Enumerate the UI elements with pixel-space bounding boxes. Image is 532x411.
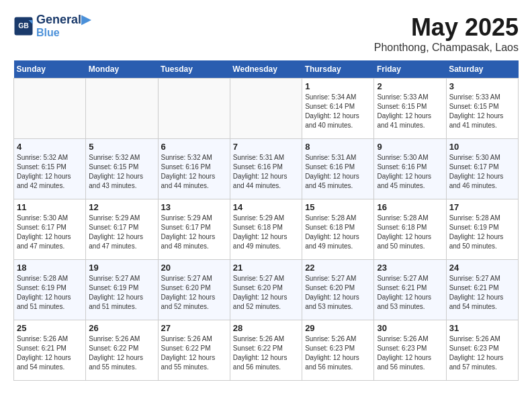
calendar-cell [158, 79, 230, 139]
calendar-cell: 20Sunrise: 5:27 AMSunset: 6:20 PMDayligh… [158, 260, 230, 320]
location-title: Phonthong, Champasak, Laos [374, 42, 519, 54]
day-number: 27 [161, 323, 227, 333]
calendar-cell: 14Sunrise: 5:29 AMSunset: 6:18 PMDayligh… [230, 199, 302, 260]
day-number: 30 [377, 323, 443, 333]
calendar-cell: 16Sunrise: 5:28 AMSunset: 6:18 PMDayligh… [374, 199, 446, 260]
day-number: 8 [305, 142, 371, 152]
day-info: Sunrise: 5:28 AMSunset: 6:19 PMDaylight:… [449, 214, 515, 251]
calendar-cell: 5Sunrise: 5:32 AMSunset: 6:15 PMDaylight… [86, 139, 158, 199]
calendar-cell: 12Sunrise: 5:29 AMSunset: 6:17 PMDayligh… [86, 199, 158, 260]
day-number: 15 [305, 202, 371, 212]
weekday-header-monday: Monday [86, 60, 158, 79]
calendar-cell: 13Sunrise: 5:29 AMSunset: 6:17 PMDayligh… [158, 199, 230, 260]
calendar-cell: 7Sunrise: 5:31 AMSunset: 6:16 PMDaylight… [230, 139, 302, 199]
day-info: Sunrise: 5:32 AMSunset: 6:15 PMDaylight:… [89, 153, 154, 191]
day-info: Sunrise: 5:26 AMSunset: 6:22 PMDaylight:… [233, 334, 299, 372]
calendar-cell: 22Sunrise: 5:27 AMSunset: 6:20 PMDayligh… [302, 260, 374, 320]
calendar-cell: 6Sunrise: 5:32 AMSunset: 6:16 PMDaylight… [158, 139, 230, 199]
day-number: 6 [161, 142, 227, 152]
day-info: Sunrise: 5:27 AMSunset: 6:20 PMDaylight:… [161, 274, 227, 312]
day-number: 28 [233, 323, 299, 333]
calendar-cell: 21Sunrise: 5:27 AMSunset: 6:20 PMDayligh… [230, 260, 302, 320]
day-info: Sunrise: 5:26 AMSunset: 6:23 PMDaylight:… [377, 334, 443, 372]
calendar-cell: 17Sunrise: 5:28 AMSunset: 6:19 PMDayligh… [446, 199, 518, 260]
day-info: Sunrise: 5:26 AMSunset: 6:23 PMDaylight:… [449, 334, 515, 372]
weekday-header-saturday: Saturday [446, 60, 518, 79]
day-info: Sunrise: 5:30 AMSunset: 6:16 PMDaylight:… [377, 153, 443, 191]
day-info: Sunrise: 5:26 AMSunset: 6:21 PMDaylight:… [17, 334, 83, 372]
calendar-cell: 8Sunrise: 5:31 AMSunset: 6:16 PMDaylight… [302, 139, 374, 199]
day-number: 5 [89, 142, 154, 152]
weekday-header-sunday: Sunday [14, 60, 86, 79]
day-info: Sunrise: 5:31 AMSunset: 6:16 PMDaylight:… [305, 153, 371, 191]
day-number: 21 [233, 263, 299, 273]
weekday-header-tuesday: Tuesday [158, 60, 230, 79]
weekday-header-thursday: Thursday [302, 60, 374, 79]
day-number: 20 [161, 263, 227, 273]
calendar-cell [86, 79, 158, 139]
day-info: Sunrise: 5:27 AMSunset: 6:21 PMDaylight:… [377, 274, 443, 312]
calendar-cell: 29Sunrise: 5:26 AMSunset: 6:23 PMDayligh… [302, 320, 374, 381]
calendar-cell [14, 79, 86, 139]
calendar-cell: 23Sunrise: 5:27 AMSunset: 6:21 PMDayligh… [374, 260, 446, 320]
month-title: May 2025 [374, 13, 519, 42]
day-info: Sunrise: 5:26 AMSunset: 6:23 PMDaylight:… [305, 334, 371, 372]
day-info: Sunrise: 5:27 AMSunset: 6:19 PMDaylight:… [89, 274, 154, 312]
logo-text: General▶ Blue [36, 13, 91, 38]
calendar-cell: 10Sunrise: 5:30 AMSunset: 6:17 PMDayligh… [446, 139, 518, 199]
week-row-4: 18Sunrise: 5:28 AMSunset: 6:19 PMDayligh… [14, 260, 519, 320]
calendar-cell: 26Sunrise: 5:26 AMSunset: 6:22 PMDayligh… [86, 320, 158, 381]
day-number: 31 [449, 323, 515, 333]
week-row-2: 4Sunrise: 5:32 AMSunset: 6:15 PMDaylight… [14, 139, 519, 199]
day-number: 7 [233, 142, 299, 152]
calendar-cell: 18Sunrise: 5:28 AMSunset: 6:19 PMDayligh… [14, 260, 86, 320]
day-number: 16 [377, 202, 443, 212]
day-info: Sunrise: 5:28 AMSunset: 6:18 PMDaylight:… [305, 214, 371, 251]
calendar-cell: 4Sunrise: 5:32 AMSunset: 6:15 PMDaylight… [14, 139, 86, 199]
day-info: Sunrise: 5:29 AMSunset: 6:18 PMDaylight:… [233, 214, 299, 251]
day-number: 12 [89, 202, 154, 212]
week-row-5: 25Sunrise: 5:26 AMSunset: 6:21 PMDayligh… [14, 320, 519, 381]
title-section: May 2025 Phonthong, Champasak, Laos [374, 13, 519, 54]
logo: GB General▶ Blue [13, 13, 91, 38]
day-number: 10 [449, 142, 515, 152]
day-number: 13 [161, 202, 227, 212]
day-info: Sunrise: 5:33 AMSunset: 6:15 PMDaylight:… [377, 93, 443, 130]
day-number: 24 [449, 263, 515, 273]
day-info: Sunrise: 5:26 AMSunset: 6:22 PMDaylight:… [89, 334, 154, 372]
calendar-cell: 24Sunrise: 5:27 AMSunset: 6:21 PMDayligh… [446, 260, 518, 320]
calendar-cell: 2Sunrise: 5:33 AMSunset: 6:15 PMDaylight… [374, 79, 446, 139]
calendar-cell: 28Sunrise: 5:26 AMSunset: 6:22 PMDayligh… [230, 320, 302, 381]
calendar-cell: 1Sunrise: 5:34 AMSunset: 6:14 PMDaylight… [302, 79, 374, 139]
logo-icon: GB [13, 16, 34, 36]
day-info: Sunrise: 5:32 AMSunset: 6:16 PMDaylight:… [161, 153, 227, 191]
day-number: 26 [89, 323, 154, 333]
day-info: Sunrise: 5:27 AMSunset: 6:21 PMDaylight:… [449, 274, 515, 312]
calendar-table: SundayMondayTuesdayWednesdayThursdayFrid… [13, 60, 519, 381]
day-info: Sunrise: 5:27 AMSunset: 6:20 PMDaylight:… [305, 274, 371, 312]
day-number: 18 [17, 263, 83, 273]
calendar-header-row: SundayMondayTuesdayWednesdayThursdayFrid… [14, 60, 519, 79]
week-row-1: 1Sunrise: 5:34 AMSunset: 6:14 PMDaylight… [14, 79, 519, 139]
day-info: Sunrise: 5:29 AMSunset: 6:17 PMDaylight:… [89, 214, 154, 251]
day-number: 25 [17, 323, 83, 333]
week-row-3: 11Sunrise: 5:30 AMSunset: 6:17 PMDayligh… [14, 199, 519, 260]
day-info: Sunrise: 5:29 AMSunset: 6:17 PMDaylight:… [161, 214, 227, 251]
day-number: 3 [449, 81, 515, 91]
day-info: Sunrise: 5:30 AMSunset: 6:17 PMDaylight:… [17, 214, 83, 251]
svg-text:GB: GB [18, 21, 29, 30]
weekday-header-wednesday: Wednesday [230, 60, 302, 79]
day-number: 17 [449, 202, 515, 212]
day-number: 19 [89, 263, 154, 273]
page-header: GB General▶ Blue May 2025 Phonthong, Cha… [13, 13, 519, 54]
day-number: 22 [305, 263, 371, 273]
day-number: 23 [377, 263, 443, 273]
day-number: 1 [305, 81, 371, 91]
day-number: 2 [377, 81, 443, 91]
day-number: 4 [17, 142, 83, 152]
day-info: Sunrise: 5:30 AMSunset: 6:17 PMDaylight:… [449, 153, 515, 191]
day-info: Sunrise: 5:27 AMSunset: 6:20 PMDaylight:… [233, 274, 299, 312]
calendar-cell: 11Sunrise: 5:30 AMSunset: 6:17 PMDayligh… [14, 199, 86, 260]
day-info: Sunrise: 5:31 AMSunset: 6:16 PMDaylight:… [233, 153, 299, 191]
calendar-cell [230, 79, 302, 139]
